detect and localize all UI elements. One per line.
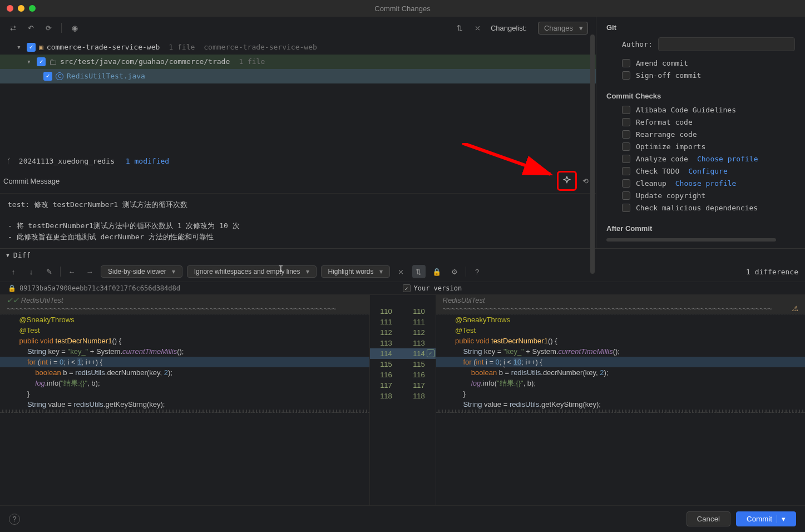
optimize-checkbox[interactable] bbox=[622, 142, 630, 151]
help-button[interactable]: ? bbox=[9, 514, 20, 525]
collapse-icon[interactable]: ⤫ bbox=[473, 23, 483, 33]
close-window-icon[interactable] bbox=[7, 5, 13, 12]
rearrange-label: Rearrange code bbox=[636, 130, 697, 139]
branch-modified-count[interactable]: 1 modified bbox=[126, 157, 169, 165]
commit-msg-line: - 此修改旨在更全面地测试 decrNumber 方法的性能和可靠性 bbox=[8, 231, 588, 243]
branch-name: 20241113_xuedong_redis bbox=[19, 157, 115, 165]
refresh-icon[interactable]: ⟳ bbox=[43, 23, 53, 33]
filter-icon[interactable]: ⇄ bbox=[8, 23, 18, 33]
todo-label: Check TODO bbox=[636, 167, 679, 175]
rearrange-checkbox[interactable] bbox=[622, 130, 630, 139]
analyze-checkbox[interactable] bbox=[622, 155, 630, 163]
ai-generate-message-button[interactable] bbox=[557, 171, 577, 191]
preview-icon[interactable]: ◉ bbox=[70, 23, 80, 33]
help-icon[interactable]: ? bbox=[471, 265, 484, 278]
changes-toolbar: ⇄ ↶ ⟳ ◉ ⇅ ⤫ Changelist: Changes bbox=[0, 17, 596, 39]
nav-fwd-icon[interactable]: → bbox=[83, 265, 96, 278]
sync-scroll-icon[interactable]: ⇅ bbox=[412, 265, 426, 278]
prev-diff-icon[interactable]: ↑ bbox=[7, 265, 20, 278]
lock-icon[interactable]: 🔒 bbox=[430, 265, 443, 278]
tree-root-module: commerce-trade-service-web bbox=[204, 41, 317, 53]
warning-icon: ⚠ bbox=[792, 304, 798, 313]
folder-icon: 🗀 bbox=[49, 56, 57, 68]
highlight-select[interactable]: Highlight words bbox=[321, 265, 390, 278]
tree-root-count: 1 file bbox=[169, 41, 195, 53]
view-mode-select[interactable]: Side-by-side viewer bbox=[101, 265, 182, 278]
alibaba-checkbox[interactable] bbox=[622, 106, 630, 114]
chevron-down-icon[interactable]: ▾ bbox=[777, 515, 786, 523]
titlebar: Commit Changes bbox=[0, 0, 805, 17]
tree-folder-count: 1 file bbox=[239, 56, 265, 68]
tree-root-name: commerce-trade-service-web bbox=[47, 41, 160, 53]
analyze-label: Analyze code bbox=[636, 155, 688, 163]
cleanup-link[interactable]: Choose profile bbox=[675, 179, 737, 188]
amend-checkbox[interactable] bbox=[622, 59, 630, 67]
checkbox-file[interactable]: ✓ bbox=[43, 72, 52, 81]
git-options-panel: Git Author: Amend commit Sign-off commit… bbox=[596, 17, 805, 248]
commit-button[interactable]: Commit▾ bbox=[736, 511, 796, 526]
branch-icon: ᚶ bbox=[7, 157, 11, 165]
edit-icon[interactable]: ✎ bbox=[42, 265, 56, 278]
commit-checks-title: Commit Checks bbox=[606, 92, 795, 100]
nav-back-icon[interactable]: ← bbox=[65, 265, 78, 278]
whitespace-select[interactable]: Ignore whitespaces and empty lines bbox=[187, 265, 317, 278]
tree-folder[interactable]: ▾ ✓ 🗀 src/test/java/com/guahao/commerce/… bbox=[0, 55, 596, 69]
cleanup-checkbox[interactable] bbox=[622, 179, 630, 188]
tree-root[interactable]: ▾ ✓ ▣ commerce-trade-service-web 1 file … bbox=[0, 40, 596, 55]
checkbox-root[interactable]: ✓ bbox=[27, 43, 36, 52]
signoff-checkbox[interactable] bbox=[622, 71, 630, 80]
apply-change-checkbox[interactable]: ✓ bbox=[427, 349, 434, 357]
right-version-label: Your version bbox=[414, 284, 462, 292]
right-class-name: RedisUtilTest bbox=[443, 296, 485, 304]
left-class-name: RedisUtilTest bbox=[21, 296, 63, 304]
reformat-checkbox[interactable] bbox=[622, 118, 630, 126]
left-revision-hash: 89173ba5a7908eebb71c34f0217f6c656d384d8d bbox=[19, 284, 180, 292]
alibaba-label: Alibaba Code Guidelines bbox=[636, 106, 736, 114]
author-input[interactable] bbox=[658, 37, 795, 51]
cleanup-label: Cleanup bbox=[636, 179, 666, 188]
diff-toolbar: ↑ ↓ ✎ ← → Side-by-side viewer Ignore whi… bbox=[0, 262, 805, 282]
undo-icon[interactable]: ↶ bbox=[26, 23, 36, 33]
chevron-down-icon[interactable]: ▾ bbox=[17, 41, 23, 53]
left-code-pane[interactable]: @SneakyThrows @Test public void testDecr… bbox=[0, 314, 369, 410]
diff-section-header[interactable]: ▾ Diff bbox=[0, 249, 805, 262]
expand-icon[interactable]: ⇅ bbox=[455, 23, 465, 33]
commit-message-textarea[interactable]: test: 修改 testDecrNumber1 测试方法的循环次数 - 将 t… bbox=[0, 193, 596, 248]
todo-link[interactable]: Configure bbox=[688, 167, 727, 175]
your-version-checkbox[interactable]: ✓ bbox=[403, 284, 411, 292]
reformat-label: Reformat code bbox=[636, 118, 693, 126]
chevron-down-icon[interactable]: ▾ bbox=[6, 251, 10, 259]
minimize-window-icon[interactable] bbox=[18, 5, 24, 12]
branch-bar: ᚶ 20241113_xuedong_redis 1 modified bbox=[0, 154, 596, 169]
copyright-label: Update copyright bbox=[636, 191, 705, 200]
after-commit-title: After Commit bbox=[606, 224, 795, 233]
chevron-down-icon[interactable]: ▾ bbox=[27, 56, 33, 68]
analyze-link[interactable]: Choose profile bbox=[697, 155, 758, 163]
malicious-checkbox[interactable] bbox=[622, 204, 630, 212]
cancel-button[interactable]: Cancel bbox=[687, 511, 731, 526]
diff-count: 1 difference bbox=[746, 268, 798, 276]
scrollbar-thumb[interactable] bbox=[590, 35, 595, 274]
module-icon: ▣ bbox=[39, 41, 43, 53]
collapse-unchanged-icon[interactable]: ⤫ bbox=[394, 265, 408, 278]
tree-file-name: RedisUtilTest.java bbox=[67, 70, 145, 82]
commit-msg-line: test: 修改 testDecrNumber1 测试方法的循环次数 bbox=[8, 199, 588, 210]
tree-file[interactable]: ✓ C RedisUtilTest.java bbox=[0, 69, 596, 83]
signoff-label: Sign-off commit bbox=[636, 71, 701, 80]
git-section-title: Git bbox=[606, 23, 795, 32]
right-code-pane[interactable]: @SneakyThrows @Test public void testDecr… bbox=[436, 314, 806, 410]
changes-tree: ▾ ✓ ▣ commerce-trade-service-web 1 file … bbox=[0, 39, 596, 89]
tree-folder-path: src/test/java/com/guahao/commerce/trade bbox=[60, 56, 230, 68]
maximize-window-icon[interactable] bbox=[29, 5, 36, 12]
checkbox-folder[interactable]: ✓ bbox=[37, 57, 46, 66]
optimize-label: Optimize imports bbox=[636, 142, 705, 151]
next-diff-icon[interactable]: ↓ bbox=[24, 265, 38, 278]
author-label: Author: bbox=[622, 40, 653, 48]
todo-checkbox[interactable] bbox=[622, 167, 630, 175]
changelist-select[interactable]: Changes bbox=[538, 22, 588, 35]
copyright-checkbox[interactable] bbox=[622, 191, 630, 200]
after-commit-scrollbar[interactable] bbox=[606, 238, 776, 242]
gear-icon[interactable]: ⚙ bbox=[448, 265, 461, 278]
history-icon[interactable]: ⟲ bbox=[580, 176, 590, 186]
amend-label: Amend commit bbox=[636, 59, 688, 67]
